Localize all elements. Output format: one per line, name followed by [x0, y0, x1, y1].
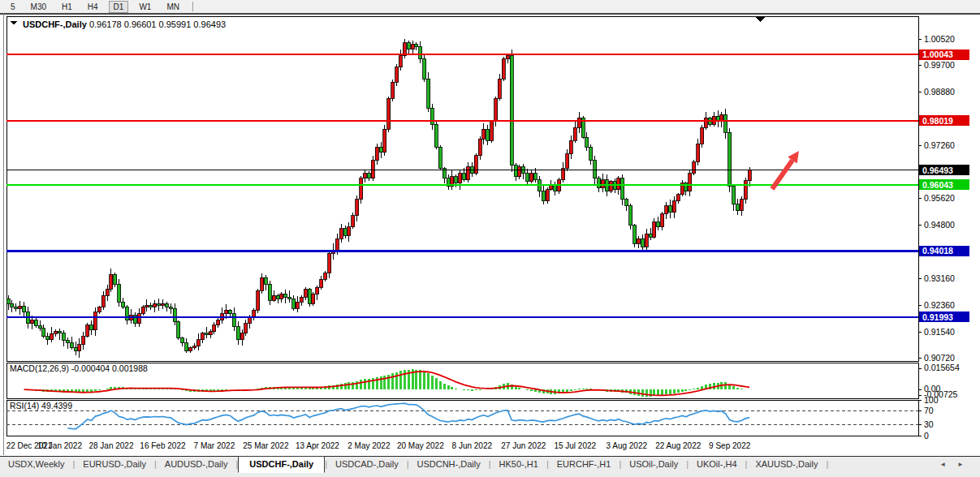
timeframe-button-H1[interactable]: H1: [57, 1, 77, 13]
date-axis-label: 28 Jan 2022: [89, 441, 133, 450]
price-axis-label: 0.92360: [924, 300, 955, 310]
tab-usdx-weekly[interactable]: USDX,Weekly: [0, 457, 72, 472]
tab-scroll-left-icon[interactable]: ◄: [939, 461, 957, 468]
svg-text:30: 30: [924, 419, 934, 429]
price-pane[interactable]: [6, 16, 918, 361]
date-axis-label: 9 Sep 2022: [709, 441, 751, 450]
svg-text:0.98019: 0.98019: [922, 116, 953, 126]
timeframe-toolbar: 5M30H1H4D1W1MN: [0, 0, 980, 14]
timeframe-button-W1[interactable]: W1: [134, 1, 156, 13]
date-axis-label: 10 Jan 2022: [37, 441, 82, 450]
date-axis-label: 27 Jun 2022: [501, 441, 546, 450]
tab-eurusd-daily[interactable]: EURUSD-,Daily: [75, 457, 154, 472]
date-axis-label: 8 Jun 2022: [452, 441, 493, 450]
date-axis-label: 3 Aug 2022: [606, 441, 647, 450]
rsi-label: RSI(14) 49.4399: [10, 401, 72, 410]
svg-text:0.96493: 0.96493: [922, 165, 953, 175]
tab-separator: |: [826, 457, 828, 469]
date-axis-label: 7 Mar 2022: [194, 441, 235, 450]
price-axis-label: 0.95620: [924, 193, 955, 203]
date-axis-label: 13 Apr 2022: [296, 441, 339, 450]
tab-ukoil-h4[interactable]: UKOil-,H4: [689, 457, 745, 472]
timeframe-buttons: 5M30H1H4D1W1MN: [0, 1, 184, 13]
tab-audusd-daily[interactable]: AUDUSD-,Daily: [157, 457, 236, 472]
date-axis-label: 20 May 2022: [397, 441, 444, 450]
macd-label: MACD(12,26,9) -0.000404 0.001988: [10, 363, 148, 373]
chart-svg[interactable]: 1.000430.980190.964930.960430.940180.919…: [0, 14, 980, 456]
tab-usdchf-daily[interactable]: USDCHF-,Daily: [238, 456, 325, 473]
rsi-pane[interactable]: [6, 400, 918, 436]
svg-text:70: 70: [924, 406, 934, 415]
date-axis-label: 16 Feb 2022: [140, 441, 186, 450]
timeframe-button-M30[interactable]: M30: [26, 1, 51, 13]
tab-usdcad-daily[interactable]: USDCAD-,Daily: [327, 457, 407, 472]
symbol-tab-bar: USDX,Weekly|EURUSD-,Daily|AUDUSD-,Daily|…: [0, 456, 980, 477]
timeframe-button-D1[interactable]: D1: [109, 1, 129, 13]
tab-usoil-daily[interactable]: USOil-,Daily: [621, 457, 686, 472]
tab-hk50-h1[interactable]: HK50-,H1: [491, 457, 546, 472]
tab-scroll-arrows: ◄►: [939, 461, 975, 468]
date-axis-label: 25 Mar 2022: [243, 441, 289, 450]
svg-text:0: 0: [924, 431, 929, 440]
svg-text:0.015654: 0.015654: [924, 363, 960, 372]
date-axis-label: 22 Aug 2022: [655, 441, 702, 450]
timeframe-button-H4[interactable]: H4: [83, 1, 103, 13]
date-axis-label: 2 May 2022: [348, 441, 391, 450]
tab-usdcnh-daily[interactable]: USDCNH-,Daily: [409, 457, 489, 472]
svg-text:0.96043: 0.96043: [922, 180, 953, 190]
price-axis-label: 0.93160: [924, 273, 955, 283]
tab-scroll-right-icon[interactable]: ►: [957, 461, 975, 468]
timeframe-button-5[interactable]: 5: [6, 1, 20, 13]
timeframe-button-MN[interactable]: MN: [162, 1, 184, 13]
price-axis-label: 0.94800: [924, 220, 955, 230]
trading-app-window: 5M30H1H4D1W1MN 1.000430.980190.964930.96…: [0, 0, 980, 477]
svg-text:0.94018: 0.94018: [922, 246, 953, 256]
price-axis-label: 0.99700: [924, 60, 955, 70]
tab-xauusd-daily[interactable]: XAUUSD-,Daily: [747, 457, 826, 472]
symbol-tabs: USDX,Weekly|EURUSD-,Daily|AUDUSD-,Daily|…: [0, 457, 828, 473]
chart-title: USDCHF-,Daily 0.96178 0.96601 0.95991 0.…: [23, 19, 226, 29]
svg-text:100: 100: [924, 395, 939, 405]
date-axis-label: 15 Jul 2022: [554, 441, 596, 450]
price-axis-label: 0.98880: [924, 87, 955, 97]
toolbar-separator: [192, 2, 193, 11]
price-axis-label: 0.97260: [924, 140, 955, 150]
price-axis-label: 0.90720: [924, 353, 955, 363]
tab-eurchf-h1[interactable]: EURCHF-,H1: [549, 457, 620, 472]
price-axis-label: 1.00520: [924, 34, 955, 44]
price-axis-label: 0.91540: [924, 327, 955, 337]
svg-text:1.00043: 1.00043: [922, 49, 953, 59]
svg-text:0.91993: 0.91993: [922, 312, 953, 322]
